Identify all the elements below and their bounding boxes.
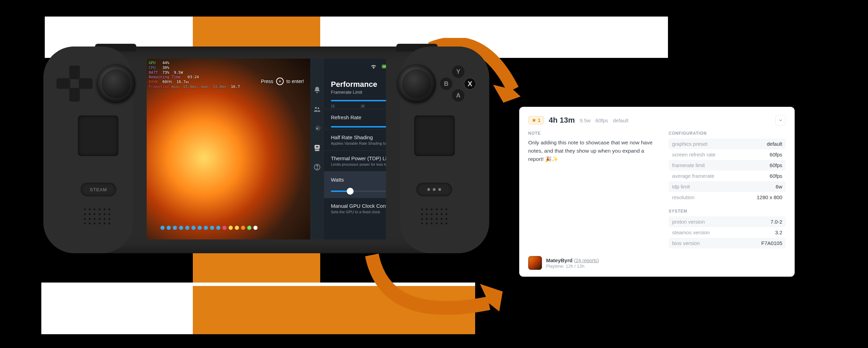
config-value: F7A0105 <box>761 240 782 246</box>
performance-icon[interactable] <box>313 144 321 152</box>
stick-icon <box>276 78 284 85</box>
refresh-rate-slider[interactable] <box>324 125 386 129</box>
config-value: 3.2 <box>775 229 782 235</box>
svg-rect-4 <box>315 146 318 148</box>
reporter-name: MateyByrd <box>546 257 573 263</box>
config-value: default <box>767 141 782 147</box>
config-value: 6w <box>776 184 782 190</box>
dpad-left[interactable] <box>56 78 70 89</box>
table-row: tdp limit6w <box>669 181 786 192</box>
config-value: 1280 x 800 <box>757 194 782 200</box>
quick-access-button[interactable] <box>416 183 452 196</box>
expand-button[interactable] <box>775 115 786 125</box>
config-key: resolution <box>672 194 694 200</box>
steam-deck-device: Y X A B STEAM GPU 44% CPU 30% BATT 73% 9… <box>43 47 489 253</box>
watts-slider[interactable] <box>324 187 386 198</box>
gpu-clock-row[interactable]: Manual GPU Clock Control Sets the GPU to… <box>324 198 386 219</box>
report-config: CONFIGURATION graphics presetdefaultscre… <box>669 131 786 248</box>
config-key: bios version <box>672 240 700 246</box>
dpad-right[interactable] <box>79 78 93 89</box>
config-key: graphics preset <box>672 141 708 147</box>
report-footer: MateyByrd (24 reports) Playtime: 12h / 1… <box>528 256 786 270</box>
svg-point-1 <box>317 108 319 109</box>
quick-menu-rail <box>310 59 324 239</box>
framerate-limit-slider[interactable]: 15 30 60 OFF <box>324 97 386 109</box>
config-value: 60fps <box>770 152 782 157</box>
notifications-icon[interactable] <box>313 86 321 94</box>
analog-stick-left[interactable] <box>97 64 135 103</box>
tdp-limit-row[interactable]: Thermal Power (TDP) Limit Limits process… <box>324 150 386 171</box>
config-value: 60fps <box>770 173 782 179</box>
config-value: 60fps <box>770 162 782 168</box>
report-duration: 4h 13m <box>549 116 575 125</box>
table-row: framerate limit60fps <box>669 160 786 171</box>
trackpad-right[interactable] <box>414 115 455 156</box>
report-preset: default <box>613 117 628 123</box>
device-screen: GPU 44% CPU 30% BATT 73% 9.5W Remaining … <box>147 59 386 239</box>
table-row: steamos version3.2 <box>669 227 786 238</box>
speaker-right <box>421 208 449 226</box>
b-button[interactable]: B <box>440 78 452 90</box>
config-value: 7.0-2 <box>771 219 782 225</box>
avatar <box>528 256 542 270</box>
game-prompt: Press to enter! <box>261 78 304 85</box>
analog-stick-right[interactable] <box>397 64 436 103</box>
framerate-limit-label: Framerate Limit <box>324 90 386 97</box>
table-row: proton version7.0-2 <box>669 216 786 227</box>
report-watts: 9.5w <box>580 117 591 123</box>
status-bar: 9:27 PM <box>370 62 386 72</box>
watts-row[interactable]: Watts 6 <box>324 171 386 187</box>
config-key: framerate limit <box>672 162 705 168</box>
reports-link[interactable]: (24 reports) <box>574 258 599 263</box>
config-key: steamos version <box>672 229 710 235</box>
svg-point-0 <box>315 107 317 109</box>
star-badge: 1 <box>528 116 544 124</box>
table-row: graphics presetdefault <box>669 139 786 149</box>
chevron-down-icon <box>778 118 783 123</box>
abxy-cluster: Y X A B <box>440 65 476 102</box>
table-row: bios versionF7A0105 <box>669 238 786 248</box>
star-icon <box>532 118 536 123</box>
config-key: proton version <box>672 219 705 225</box>
half-rate-shading-row[interactable]: Half Rate Shading Applies Variable Rate … <box>324 129 386 150</box>
svg-point-8 <box>317 168 317 169</box>
wifi-icon <box>370 64 377 70</box>
config-key: average framerate <box>672 173 714 179</box>
report-card: 1 4h 13m 9.5w 60fps default NOTE Only ad… <box>519 107 795 277</box>
svg-point-2 <box>316 127 318 130</box>
dpad-down[interactable] <box>69 88 80 102</box>
dpad[interactable] <box>56 65 93 102</box>
config-key: screen refresh rate <box>672 152 715 157</box>
mangohud-overlay: GPU 44% CPU 30% BATT 73% 9.5W Remaining … <box>149 61 240 89</box>
game-viewport: GPU 44% CPU 30% BATT 73% 9.5W Remaining … <box>147 59 310 239</box>
y-button[interactable]: Y <box>452 65 464 78</box>
trackpad-left[interactable] <box>78 115 118 156</box>
performance-panel: 9:27 PM Performance Framerate Limit 15 3… <box>324 59 386 239</box>
friends-icon[interactable] <box>313 105 321 113</box>
a-button[interactable]: A <box>452 89 464 102</box>
note-text: Only adding this note to showcase that w… <box>528 139 655 163</box>
report-note: NOTE Only adding this note to showcase t… <box>528 131 655 248</box>
game-hotbar <box>160 226 258 230</box>
steam-button[interactable]: STEAM <box>81 183 116 196</box>
help-icon[interactable] <box>313 163 321 171</box>
dpad-up[interactable] <box>69 65 80 79</box>
refresh-rate-row[interactable]: Refresh Rate 60 <box>324 109 386 125</box>
x-button[interactable]: X <box>464 78 476 90</box>
table-row: average framerate60fps <box>669 171 786 181</box>
table-row: resolution1280 x 800 <box>669 192 786 203</box>
report-header: 1 4h 13m 9.5w 60fps default <box>528 115 786 125</box>
speaker-left <box>84 208 112 226</box>
settings-icon[interactable] <box>313 125 321 132</box>
config-key: tdp limit <box>672 184 690 190</box>
table-row: screen refresh rate60fps <box>669 149 786 160</box>
report-fps: 60fps <box>595 117 608 123</box>
battery-icon <box>382 64 386 70</box>
playtime: Playtime: 12h / 13h <box>546 264 599 269</box>
svg-rect-10 <box>383 65 386 67</box>
